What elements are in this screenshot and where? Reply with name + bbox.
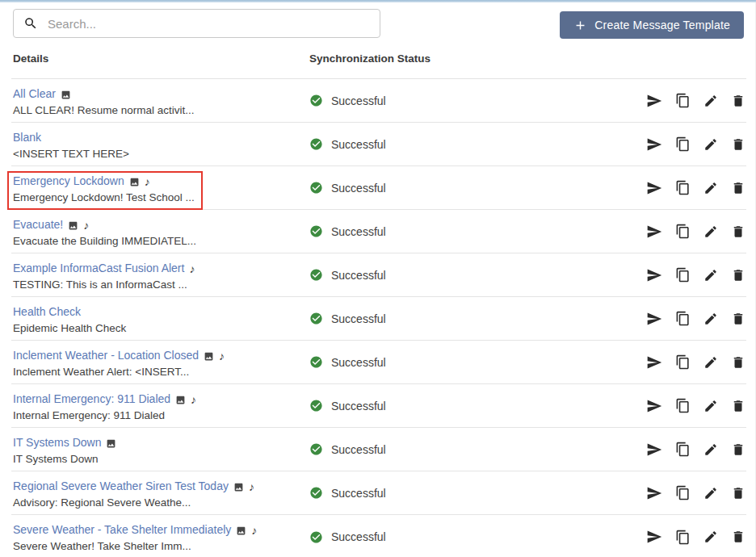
- template-name-link[interactable]: All Clear: [13, 86, 56, 102]
- send-button[interactable]: [646, 180, 662, 196]
- send-icon: [646, 93, 662, 109]
- send-button[interactable]: [646, 398, 662, 414]
- edit-button[interactable]: [704, 268, 718, 283]
- status-label: Successful: [331, 269, 386, 282]
- image-attachment-icon: [233, 482, 244, 492]
- send-button[interactable]: [646, 224, 662, 240]
- send-icon: [646, 442, 662, 458]
- search-input[interactable]: [13, 9, 380, 38]
- template-name-link[interactable]: Severe Weather - Take Shelter Immediatel…: [13, 522, 231, 538]
- duplicate-button[interactable]: [675, 398, 691, 413]
- delete-button[interactable]: [731, 137, 746, 152]
- delete-button[interactable]: [731, 442, 746, 457]
- duplicate-button[interactable]: [675, 354, 691, 370]
- template-description: Inclement Weather Alert: <INSERT...: [13, 364, 225, 380]
- template-name-link[interactable]: IT Systems Down: [13, 435, 101, 450]
- template-name-link[interactable]: Internal Emergency: 911 Dialed: [13, 392, 170, 407]
- delete-button[interactable]: [731, 355, 746, 370]
- duplicate-button[interactable]: [675, 311, 691, 326]
- edit-button[interactable]: [704, 442, 718, 457]
- delete-button[interactable]: [731, 224, 746, 239]
- duplicate-button[interactable]: [675, 530, 691, 545]
- delete-button[interactable]: [731, 486, 746, 500]
- image-attachment-icon: [106, 438, 116, 449]
- edit-button[interactable]: [704, 181, 718, 195]
- duplicate-button[interactable]: [675, 485, 691, 500]
- row-actions: [617, 341, 746, 383]
- send-button[interactable]: [646, 485, 662, 501]
- template-name-link[interactable]: Emergency Lockdown: [13, 174, 124, 189]
- copy-icon: [675, 398, 691, 413]
- status-label: Successful: [331, 182, 386, 195]
- image-attachment-icon: [68, 220, 78, 231]
- edit-button[interactable]: [704, 530, 718, 544]
- sync-status-cell: Successful: [309, 123, 617, 165]
- pencil-icon: [704, 486, 718, 500]
- table-header-row: Details Synchronization Status: [11, 39, 746, 79]
- edit-button[interactable]: [704, 486, 718, 500]
- row-details-content: Internal Emergency: 911 Dialed ♪ Interna…: [7, 389, 204, 428]
- row-actions: [617, 384, 746, 427]
- template-description: <INSERT TEXT HERE>: [13, 146, 129, 162]
- status-label: Successful: [331, 356, 386, 369]
- template-name-link[interactable]: Blank: [13, 130, 41, 145]
- delete-button[interactable]: [731, 94, 746, 108]
- table-row: Inclement Weather - Location Closed ♪ In…: [11, 341, 746, 384]
- delete-button[interactable]: [731, 181, 746, 195]
- duplicate-button[interactable]: [675, 224, 691, 239]
- delete-button[interactable]: [731, 268, 746, 283]
- edit-button[interactable]: [704, 224, 718, 239]
- edit-button[interactable]: [704, 355, 718, 370]
- message-templates-page: Create Message Template Details Synchron…: [0, 2, 756, 557]
- row-details-content: Severe Weather - Take Shelter Immediatel…: [7, 520, 265, 557]
- search-icon: [23, 16, 38, 31]
- template-title-line: Inclement Weather - Location Closed ♪: [13, 348, 225, 363]
- send-button[interactable]: [646, 267, 662, 283]
- row-details-content: IT Systems Down ♪ IT Systems Down: [7, 433, 124, 471]
- music-note-icon: ♪: [249, 481, 254, 492]
- send-icon: [646, 267, 662, 283]
- template-name-link[interactable]: Example InformaCast Fusion Alert: [13, 261, 184, 276]
- edit-button[interactable]: [704, 312, 718, 326]
- duplicate-button[interactable]: [675, 180, 691, 195]
- template-name-link[interactable]: Inclement Weather - Location Closed: [13, 348, 199, 363]
- delete-button[interactable]: [731, 399, 746, 413]
- edit-button[interactable]: [704, 399, 718, 413]
- duplicate-button[interactable]: [675, 93, 691, 108]
- details-cell: Internal Emergency: 911 Dialed ♪ Interna…: [11, 384, 309, 427]
- music-note-icon: ♪: [251, 525, 257, 536]
- details-cell: All Clear ♪ ALL CLEAR! Resume normal act…: [11, 79, 309, 122]
- send-button[interactable]: [646, 442, 662, 458]
- trash-icon: [731, 399, 746, 413]
- send-button[interactable]: [646, 93, 662, 109]
- send-button[interactable]: [646, 311, 662, 327]
- send-button[interactable]: [646, 136, 662, 153]
- send-button[interactable]: [646, 354, 662, 371]
- template-description: Epidemic Health Check: [13, 320, 126, 337]
- duplicate-button[interactable]: [675, 442, 691, 457]
- template-name-link[interactable]: Health Check: [13, 304, 81, 320]
- check-circle-icon: [309, 224, 323, 238]
- trash-icon: [731, 355, 746, 370]
- template-name-link[interactable]: Regional Severe Weather Siren Test Today: [13, 479, 229, 494]
- edit-button[interactable]: [704, 137, 718, 152]
- pencil-icon: [704, 355, 718, 370]
- create-message-template-button[interactable]: Create Message Template: [560, 11, 744, 39]
- delete-button[interactable]: [731, 312, 746, 326]
- duplicate-button[interactable]: [675, 136, 691, 152]
- delete-button[interactable]: [731, 530, 746, 544]
- details-cell: Emergency Lockdown ♪ Emergency Lockdown!…: [11, 166, 309, 209]
- status-label: Successful: [331, 312, 386, 325]
- copy-icon: [675, 530, 691, 545]
- template-name-link[interactable]: Evacuate!: [13, 217, 63, 232]
- copy-icon: [675, 267, 691, 283]
- details-cell: Regional Severe Weather Siren Test Today…: [11, 471, 309, 514]
- pencil-icon: [704, 94, 718, 108]
- edit-button[interactable]: [704, 94, 718, 108]
- sync-status-cell: Successful: [309, 384, 617, 427]
- image-attachment-icon: [61, 90, 71, 100]
- table-row: Regional Severe Weather Siren Test Today…: [11, 471, 746, 515]
- duplicate-button[interactable]: [675, 267, 691, 283]
- send-button[interactable]: [646, 529, 662, 545]
- template-title-line: Emergency Lockdown ♪: [13, 174, 195, 189]
